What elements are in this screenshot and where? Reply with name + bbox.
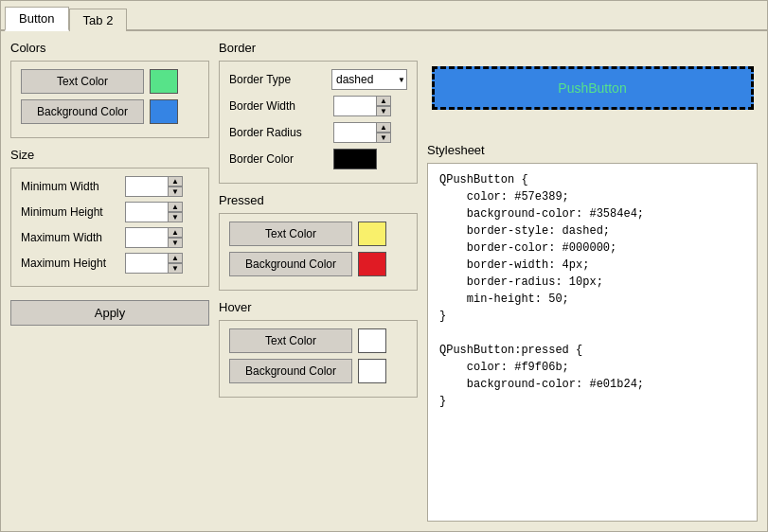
left-panel: Colors Text Color Background Color Size — [10, 41, 209, 522]
hover-section-wrapper: Hover Text Color Background Color — [219, 300, 418, 398]
min-width-down[interactable]: ▼ — [168, 186, 183, 197]
pressed-bg-swatch[interactable] — [358, 252, 386, 276]
border-label: Border — [219, 41, 418, 55]
middle-panel: Border Border Type dashed solid dotted n… — [219, 41, 418, 522]
pressed-text-row: Text Color — [229, 222, 407, 246]
min-height-arrows: ▲ ▼ — [168, 202, 183, 222]
border-radius-label: Border Radius — [229, 126, 333, 139]
max-height-arrows: ▲ ▼ — [168, 253, 183, 274]
hover-label: Hover — [219, 300, 418, 314]
max-height-label: Maximum Height — [21, 257, 125, 270]
size-label: Size — [10, 148, 209, 162]
border-type-label: Border Type — [229, 73, 331, 86]
colors-label: Colors — [10, 41, 209, 55]
pressed-bg-button[interactable]: Background Color — [229, 252, 352, 276]
main-content: Colors Text Color Background Color Size — [1, 31, 767, 531]
border-width-up[interactable]: ▲ — [376, 96, 391, 106]
hover-text-button[interactable]: Text Color — [229, 328, 352, 353]
min-height-label: Minimum Height — [21, 205, 125, 219]
border-width-spinbox: 4 ▲ ▼ — [333, 96, 391, 116]
max-width-input[interactable]: 0 — [125, 227, 169, 248]
size-box: Minimum Width 0 ▲ ▼ Minimum Height 50 — [10, 168, 209, 287]
pressed-section-wrapper: Pressed Text Color Background Color — [219, 193, 418, 291]
max-width-row: Maximum Width 0 ▲ ▼ — [21, 227, 199, 248]
max-width-label: Maximum Width — [21, 231, 125, 244]
bg-color-button[interactable]: Background Color — [21, 99, 144, 124]
tab-button[interactable]: Button — [5, 7, 69, 31]
min-height-row: Minimum Height 50 ▲ ▼ — [21, 202, 199, 222]
min-width-up[interactable]: ▲ — [168, 176, 183, 186]
border-section-wrapper: Border Border Type dashed solid dotted n… — [219, 41, 418, 184]
border-box: Border Type dashed solid dotted none ▼ — [219, 61, 418, 184]
border-radius-row: Border Radius 10 ▲ ▼ — [229, 122, 407, 143]
bg-color-row: Background Color — [21, 99, 199, 124]
border-color-label: Border Color — [229, 152, 333, 166]
min-width-row: Minimum Width 0 ▲ ▼ — [21, 176, 199, 197]
colors-section: Colors Text Color Background Color — [10, 41, 209, 138]
apply-button[interactable]: Apply — [10, 300, 209, 326]
border-radius-spinbox: 10 ▲ ▼ — [333, 122, 391, 143]
pressed-label: Pressed — [219, 193, 418, 207]
stylesheet-code: QPushButton { color: #57e389; background… — [439, 171, 745, 410]
border-width-label: Border Width — [229, 99, 333, 113]
max-height-row: Maximum Height 0 ▲ ▼ — [21, 253, 199, 274]
min-width-input[interactable]: 0 — [125, 176, 169, 197]
border-type-row: Border Type dashed solid dotted none ▼ — [229, 69, 407, 90]
pressed-text-button[interactable]: Text Color — [229, 222, 352, 246]
pressed-bg-row: Background Color — [229, 252, 407, 276]
min-height-input[interactable]: 50 — [125, 202, 169, 222]
right-panel: PushButton Stylesheet QPushButton { colo… — [427, 41, 758, 522]
border-type-select[interactable]: dashed solid dotted none — [331, 69, 407, 90]
border-type-select-wrapper: dashed solid dotted none ▼ — [331, 69, 407, 90]
pressed-box: Text Color Background Color — [219, 213, 418, 291]
tab-tab2[interactable]: Tab 2 — [69, 9, 128, 31]
min-height-down[interactable]: ▼ — [168, 212, 183, 222]
border-radius-up[interactable]: ▲ — [376, 122, 391, 133]
min-width-arrows: ▲ ▼ — [168, 176, 183, 197]
max-width-arrows: ▲ ▼ — [168, 227, 183, 248]
border-color-swatch[interactable] — [333, 149, 377, 169]
max-height-up[interactable]: ▲ — [168, 253, 183, 263]
preview-button[interactable]: PushButton — [432, 66, 754, 110]
min-width-label: Minimum Width — [21, 180, 125, 193]
hover-box: Text Color Background Color — [219, 320, 418, 398]
min-height-spinbox: 50 ▲ ▼ — [125, 202, 183, 222]
hover-text-row: Text Color — [229, 328, 407, 353]
min-width-spinbox: 0 ▲ ▼ — [125, 176, 183, 197]
max-height-input[interactable]: 0 — [125, 253, 169, 274]
preview-wrapper: PushButton — [427, 41, 758, 135]
border-width-down[interactable]: ▼ — [376, 106, 391, 116]
stylesheet-section-label: Stylesheet — [427, 143, 758, 157]
text-color-swatch[interactable] — [150, 69, 178, 94]
max-width-up[interactable]: ▲ — [168, 227, 183, 238]
max-height-down[interactable]: ▼ — [168, 263, 183, 274]
stylesheet-section-wrapper: Stylesheet QPushButton { color: #57e389;… — [427, 143, 758, 522]
border-width-row: Border Width 4 ▲ ▼ — [229, 96, 407, 116]
size-section-wrapper: Size Minimum Width 0 ▲ ▼ Minimum — [10, 148, 209, 287]
main-window: Button Tab 2 Colors Text Color Backgroun… — [0, 0, 768, 532]
text-color-row: Text Color — [21, 69, 199, 94]
max-height-spinbox: 0 ▲ ▼ — [125, 253, 183, 274]
right-inner: PushButton Stylesheet QPushButton { colo… — [427, 41, 758, 522]
bg-color-swatch[interactable] — [150, 99, 178, 124]
tab-bar: Button Tab 2 — [1, 1, 767, 31]
text-color-button[interactable]: Text Color — [21, 69, 144, 94]
apply-row: Apply — [10, 296, 209, 326]
border-color-row: Border Color — [229, 149, 407, 169]
border-width-input[interactable]: 4 — [333, 96, 377, 116]
border-radius-input[interactable]: 10 — [333, 122, 377, 143]
border-width-arrows: ▲ ▼ — [376, 96, 391, 116]
hover-text-swatch[interactable] — [358, 328, 386, 353]
border-radius-arrows: ▲ ▼ — [376, 122, 391, 143]
max-width-down[interactable]: ▼ — [168, 238, 183, 248]
border-radius-down[interactable]: ▼ — [376, 133, 391, 143]
hover-bg-row: Background Color — [229, 359, 407, 383]
hover-bg-button[interactable]: Background Color — [229, 359, 352, 383]
hover-bg-swatch[interactable] — [358, 359, 386, 383]
pressed-text-swatch[interactable] — [358, 222, 386, 246]
min-height-up[interactable]: ▲ — [168, 202, 183, 212]
max-width-spinbox: 0 ▲ ▼ — [125, 227, 183, 248]
stylesheet-box: QPushButton { color: #57e389; background… — [427, 163, 758, 522]
colors-box: Text Color Background Color — [10, 61, 209, 138]
